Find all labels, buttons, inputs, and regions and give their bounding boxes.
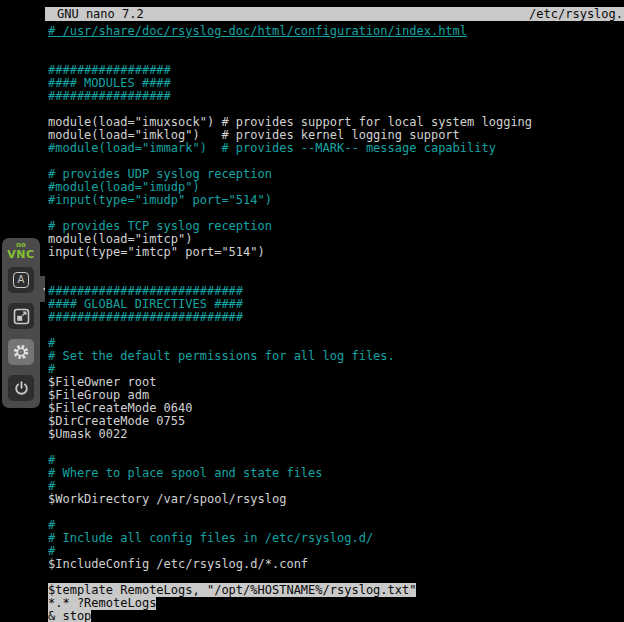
- editor-line[interactable]: [45, 441, 624, 454]
- line-text: $FileOwner root: [48, 375, 156, 389]
- editor-line[interactable]: # Include all config files in /etc/rsysl…: [45, 532, 624, 545]
- editor-line[interactable]: $WorkDirectory /var/spool/rsyslog: [45, 493, 624, 506]
- editor-line[interactable]: $DirCreateMode 0755: [45, 415, 624, 428]
- line-text: #input(type="imudp" port="514"): [48, 193, 272, 207]
- editor-line[interactable]: ###########################: [45, 311, 624, 324]
- editor-line[interactable]: & stop: [45, 610, 624, 622]
- line-text: #################: [48, 89, 171, 103]
- line-text: #### GLOBAL DIRECTIVES ####: [48, 297, 243, 311]
- power-icon: [13, 380, 30, 397]
- line-text: #module(load="immark") # provides --MARK…: [48, 141, 496, 155]
- editor-line[interactable]: #input(type="imudp" port="514"): [45, 194, 624, 207]
- novnc-logo-vnc: VNC: [7, 249, 34, 260]
- a-key-icon: A: [13, 272, 29, 288]
- nano-version: GNU nano 7.2: [57, 7, 144, 21]
- line-text: # Set the default permissions for all lo…: [48, 349, 395, 363]
- novnc-logo: no VNC: [7, 242, 34, 260]
- selected-text: *.* ?RemoteLogs: [48, 596, 156, 610]
- editor-line[interactable]: #module(load="immark") # provides --MARK…: [45, 142, 624, 155]
- nano-titlebar: GNU nano 7.2 /etc/rsyslog.: [45, 7, 624, 21]
- line-text: #: [48, 544, 55, 558]
- line-text: # /usr/share/doc/rsyslog-doc/html/config…: [48, 24, 467, 38]
- line-text: module(load="imuxsock") # provides suppo…: [48, 115, 532, 129]
- line-text: $IncludeConfig /etc/rsyslog.d/*.conf: [48, 557, 308, 571]
- line-text: module(load="imtcp"): [48, 232, 193, 246]
- settings-button[interactable]: [8, 339, 34, 365]
- line-text: # provides TCP syslog reception: [48, 219, 272, 233]
- editor-line[interactable]: # Where to place spool and state files: [45, 467, 624, 480]
- editor-line[interactable]: [45, 38, 624, 51]
- line-text: # Include all config files in /etc/rsysl…: [48, 531, 373, 545]
- editor-line[interactable]: [45, 324, 624, 337]
- keyboard-button[interactable]: A: [8, 267, 34, 293]
- editor-line[interactable]: [45, 506, 624, 519]
- line-text: $FileGroup adm: [48, 388, 149, 402]
- editor-line[interactable]: # Set the default permissions for all lo…: [45, 350, 624, 363]
- line-text: $WorkDirectory /var/spool/rsyslog: [48, 492, 286, 506]
- selected-text: & stop: [48, 609, 91, 622]
- line-text: ###########################: [48, 284, 243, 298]
- line-text: #: [48, 479, 55, 493]
- line-text: #: [48, 453, 55, 467]
- line-text: #### MODULES ####: [48, 76, 171, 90]
- line-text: #: [48, 336, 55, 350]
- gear-icon: [12, 343, 30, 361]
- line-text: #module(load="imudp"): [48, 180, 200, 194]
- editor-line[interactable]: [45, 259, 624, 272]
- line-text: $Umask 0022: [48, 427, 127, 441]
- line-text: ###########################: [48, 310, 243, 324]
- selected-text: $template RemoteLogs, "/opt/%HOSTNAME%/r…: [48, 583, 416, 597]
- line-text: #################: [48, 63, 171, 77]
- line-text: #: [48, 362, 55, 376]
- power-button[interactable]: [8, 375, 34, 401]
- editor-content[interactable]: # /usr/share/doc/rsyslog-doc/html/config…: [45, 21, 624, 622]
- line-text: #: [48, 518, 55, 532]
- editor-line[interactable]: *.* ?RemoteLogs: [45, 597, 624, 610]
- editor-line[interactable]: # /usr/share/doc/rsyslog-doc/html/config…: [45, 25, 624, 38]
- editor-line[interactable]: $IncludeConfig /etc/rsyslog.d/*.conf: [45, 558, 624, 571]
- novnc-buttons: A: [8, 267, 34, 401]
- line-text: $DirCreateMode 0755: [48, 414, 185, 428]
- line-text: input(type="imtcp" port="514"): [48, 245, 265, 259]
- editor-line[interactable]: input(type="imtcp" port="514"): [45, 246, 624, 259]
- line-text: # Where to place spool and state files: [48, 466, 323, 480]
- nano-filename: /etc/rsyslog.: [529, 7, 623, 21]
- editor-line[interactable]: #################: [45, 90, 624, 103]
- novnc-control-bar: no VNC A: [2, 238, 40, 408]
- terminal[interactable]: GNU nano 7.2 /etc/rsyslog. # /usr/share/…: [45, 0, 624, 622]
- editor-line[interactable]: $Umask 0022: [45, 428, 624, 441]
- fullscreen-button[interactable]: [8, 303, 34, 329]
- line-text: module(load="imklog") # provides kernel …: [48, 128, 460, 142]
- line-text: # provides UDP syslog reception: [48, 167, 272, 181]
- line-text: $FileCreateMode 0640: [48, 401, 193, 415]
- fullscreen-icon: [13, 308, 30, 325]
